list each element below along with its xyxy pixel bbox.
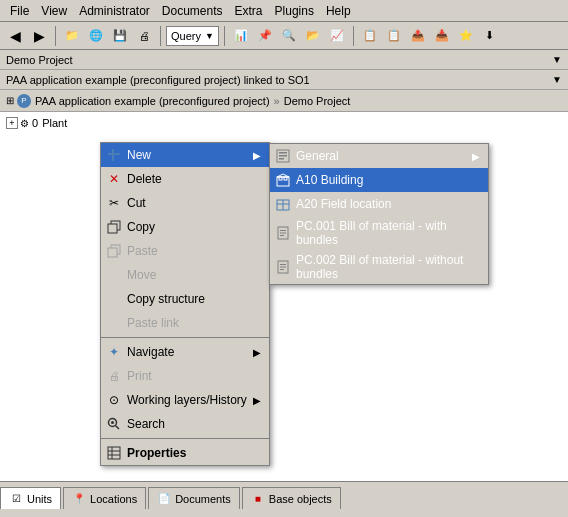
svg-rect-28 [108,447,120,459]
tb-icon1[interactable]: 📊 [230,25,252,47]
tree-node-id: 0 [32,117,38,129]
ctx-paste-label: Paste [127,244,158,258]
ctx-paste-link-icon [105,314,123,332]
tree-expand-icon[interactable]: + [6,117,18,129]
toolbar-separator-3 [224,26,225,46]
svg-rect-1 [112,149,114,161]
svg-point-26 [111,421,114,424]
menu-plugins[interactable]: Plugins [269,2,320,20]
forward-button[interactable]: ▶ [28,25,50,47]
menu-extra[interactable]: Extra [229,2,269,20]
tb-icon11[interactable]: ⬇ [479,25,501,47]
ctx-working-layers-arrow: ▶ [253,395,261,406]
ctx-separator-2 [101,438,269,439]
tb-icon7[interactable]: 📋 [383,25,405,47]
query-button[interactable]: Query ▼ [166,26,219,46]
menu-documents[interactable]: Documents [156,2,229,20]
ctx-copy-structure[interactable]: Copy structure [101,287,269,311]
back-button[interactable]: ◀ [4,25,26,47]
ctx-navigate-icon: ✦ [105,343,123,361]
sub-pc002[interactable]: PC.002 Bill of material - without bundle… [270,250,488,284]
tab-locations-label: Locations [90,493,137,505]
open-button[interactable]: 📁 [61,25,83,47]
ctx-search-icon [105,415,123,433]
sub-pc001-label: PC.001 Bill of material - with bundles [296,219,480,247]
tab-documents[interactable]: 📄 Documents [148,487,240,509]
ctx-working-layers-icon: ⊙ [105,391,123,409]
tb-icon5[interactable]: 📈 [326,25,348,47]
ctx-delete[interactable]: ✕ Delete [101,167,269,191]
ctx-cut-label: Cut [127,196,146,210]
tree-node-label: Plant [42,117,67,129]
tb-icon6[interactable]: 📋 [359,25,381,47]
ctx-delete-label: Delete [127,172,162,186]
breadcrumb-expand[interactable]: ⊞ [6,95,14,106]
ctx-properties-label: Properties [127,446,186,460]
ctx-search[interactable]: Search [101,412,269,436]
sub-general[interactable]: General ▶ [270,144,488,168]
print-button[interactable]: 🖨 [133,25,155,47]
ctx-new[interactable]: New ▶ General ▶ A10 Building [101,143,269,167]
sub-a20-label: A20 Field location [296,197,391,211]
web-button[interactable]: 🌐 [85,25,107,47]
project-header: Demo Project ▼ [0,50,568,70]
ctx-copy[interactable]: Copy [101,215,269,239]
ctx-paste: Paste [101,239,269,263]
menu-administrator[interactable]: Administrator [73,2,156,20]
menu-help[interactable]: Help [320,2,357,20]
sub-a20-field[interactable]: A20 Field location [270,192,488,216]
sub-pc001-icon [274,224,292,242]
breadcrumb-path-start: PAA application example (preconfigured p… [35,95,270,107]
menu-file[interactable]: File [4,2,35,20]
ctx-move: Move [101,263,269,287]
context-menu: New ▶ General ▶ A10 Building [100,142,270,466]
sub-header: PAA application example (preconfigured p… [0,70,568,90]
sub-a20-icon [274,195,292,213]
ctx-print-label: Print [127,369,152,383]
breadcrumb-arrow-icon: » [274,95,280,107]
ctx-new-arrow: ▶ [253,150,261,161]
base-objects-tab-icon: ■ [251,492,265,506]
ctx-cut[interactable]: ✂ Cut [101,191,269,215]
tb-icon10[interactable]: ⭐ [455,25,477,47]
ctx-copy-label: Copy [127,220,155,234]
ctx-navigate[interactable]: ✦ Navigate ▶ [101,340,269,364]
tb-icon9[interactable]: 📥 [431,25,453,47]
ctx-navigate-arrow: ▶ [253,347,261,358]
ctx-separator-1 [101,337,269,338]
svg-rect-16 [280,235,284,236]
ctx-properties[interactable]: Properties [101,441,269,465]
tb-icon4[interactable]: 📂 [302,25,324,47]
ctx-working-layers[interactable]: ⊙ Working layers/History ▶ [101,388,269,412]
sub-header-arrow-icon[interactable]: ▼ [552,74,562,85]
svg-rect-15 [280,233,286,234]
ctx-navigate-label: Navigate [127,345,174,359]
sub-a10-building[interactable]: A10 Building [270,168,488,192]
tree-area: + ⚙ 0 Plant [0,112,568,134]
menu-view[interactable]: View [35,2,73,20]
bottom-tabs: ☑ Units 📍 Locations 📄 Documents ■ Base o… [0,481,568,509]
sub-pc001[interactable]: PC.001 Bill of material - with bundles [270,216,488,250]
sub-general-icon [274,147,292,165]
ctx-working-layers-label: Working layers/History [127,393,247,407]
svg-marker-9 [277,174,289,177]
tb-icon2[interactable]: 📌 [254,25,276,47]
tb-icon8[interactable]: 📤 [407,25,429,47]
tab-units[interactable]: ☑ Units [0,487,61,509]
project-arrow-icon[interactable]: ▼ [552,54,562,65]
units-tab-icon: ☑ [9,492,23,506]
tab-base-objects[interactable]: ■ Base objects [242,487,341,509]
tb-icon3[interactable]: 🔍 [278,25,300,47]
ctx-delete-icon: ✕ [105,170,123,188]
svg-rect-3 [279,152,287,154]
documents-tab-icon: 📄 [157,492,171,506]
tab-locations[interactable]: 📍 Locations [63,487,146,509]
ctx-print-icon: 🖨 [105,367,123,385]
save-button[interactable]: 💾 [109,25,131,47]
sub-header-text: PAA application example (preconfigured p… [6,74,310,86]
ctx-cut-icon: ✂ [105,194,123,212]
tree-root-node[interactable]: + ⚙ 0 Plant [4,116,564,130]
toolbar-separator-2 [160,26,161,46]
ctx-copy-structure-label: Copy structure [127,292,205,306]
sub-pc002-icon [274,258,292,276]
